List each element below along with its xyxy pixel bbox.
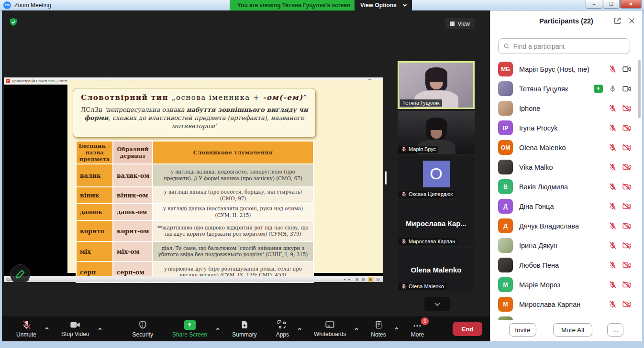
more-options-button[interactable]: … bbox=[607, 323, 623, 337]
participants-header: Participants (22) bbox=[490, 11, 642, 33]
video-tile[interactable]: Тетяна Гуцуляк bbox=[398, 61, 475, 109]
participant-status-icons bbox=[609, 104, 631, 112]
minimize-button[interactable]: – bbox=[586, 0, 602, 9]
stop-video-button[interactable]: Stop Video bbox=[61, 320, 89, 337]
participant-name: Iphone bbox=[519, 105, 602, 112]
close-button[interactable]: ✕ bbox=[620, 0, 642, 9]
video-tile[interactable]: O Оксана Ципердюк bbox=[398, 156, 475, 199]
ppt-slideshow-mode-icon[interactable]: ▣ bbox=[368, 277, 375, 282]
meeting-content-area: View P Демонстрація PowerPoint - [Prezen… bbox=[2, 11, 490, 316]
participant-row[interactable]: ММарія Мороз bbox=[490, 275, 636, 294]
camera-off-icon bbox=[622, 105, 631, 112]
participant-name: Ваків Людмила bbox=[519, 183, 602, 191]
panel-resize-handle[interactable] bbox=[385, 171, 387, 185]
caret-up-icon[interactable] bbox=[299, 323, 301, 332]
participant-status-icons bbox=[609, 300, 631, 308]
unmute-button[interactable]: Unmute bbox=[16, 320, 36, 338]
participant-row[interactable]: ММирослава Карпан bbox=[490, 294, 636, 314]
more-button[interactable]: More1 bbox=[411, 320, 424, 338]
col-header-noun: Іменник – назва предмета bbox=[77, 141, 112, 163]
caret-up-icon[interactable] bbox=[217, 323, 220, 332]
video-tile[interactable]: Olena Malenko Olena Malenko bbox=[398, 248, 475, 291]
video-name-label: Оксана Ципердюк bbox=[399, 191, 455, 198]
view-options-button[interactable]: View Options bbox=[355, 0, 412, 11]
notes-button[interactable]: Notes bbox=[371, 320, 386, 338]
search-input[interactable] bbox=[513, 43, 625, 50]
toolbar-group: Unmute bbox=[16, 320, 49, 338]
slide-table-body: валиквалик-ому вигляді валика, подовгаст… bbox=[77, 164, 313, 282]
annotation-pencil-button[interactable] bbox=[10, 264, 30, 284]
caret-up-icon[interactable] bbox=[356, 323, 358, 332]
close-panel-icon[interactable] bbox=[628, 17, 635, 24]
view-button-label: View bbox=[457, 21, 470, 27]
participant-row[interactable]: Тетяна Гуцуляк bbox=[490, 79, 636, 98]
chevron-down-icon bbox=[403, 2, 407, 6]
toolbar-label: Security bbox=[133, 331, 153, 338]
participant-row[interactable]: ВВаків Людмила bbox=[490, 177, 636, 196]
collapse-videos-button[interactable] bbox=[424, 297, 450, 311]
mic-muted-icon bbox=[401, 239, 407, 244]
toolbar-label: Notes bbox=[371, 331, 386, 338]
participants-scrollbar[interactable] bbox=[638, 60, 641, 118]
participant-name: Марія Брус (Host, me) bbox=[519, 65, 602, 73]
end-meeting-button[interactable]: End bbox=[453, 322, 482, 336]
caret-up-icon[interactable] bbox=[46, 323, 49, 331]
whiteboards-button[interactable]: Whiteboards bbox=[314, 320, 346, 337]
slide-title-part: „основа іменника + bbox=[172, 93, 263, 102]
window-titlebar: zm Zoom Meeting You are viewing Тетяна Г… bbox=[0, 0, 644, 11]
cell-noun: міх bbox=[77, 242, 112, 261]
video-tile[interactable]: Мирослава Кар... Мирослава Карпан bbox=[398, 201, 475, 246]
camera-off-icon bbox=[622, 124, 631, 131]
cell-derivative: дашк-ом bbox=[113, 204, 152, 220]
participants-panel: Participants (22) МБМарія Брус (Host, me… bbox=[490, 11, 642, 341]
camera-off-icon bbox=[622, 242, 631, 249]
zoom-meeting-window: { "window": { "title": "Zoom Meeting", "… bbox=[0, 0, 644, 348]
toolbar-group: More1 bbox=[411, 320, 431, 338]
toolbar-group: Share Screen bbox=[172, 320, 220, 338]
mic-muted-icon bbox=[609, 183, 617, 191]
avatar: IP bbox=[498, 120, 513, 135]
participant-status-icons bbox=[609, 261, 631, 269]
participant-row[interactable]: МБМарія Брус (Host, me) bbox=[490, 59, 636, 79]
avatar: Д bbox=[498, 199, 513, 214]
mic-muted-icon bbox=[609, 124, 617, 132]
table-row: віниквіник-ому вигляді віника (про волос… bbox=[77, 187, 313, 203]
participant-row[interactable]: Любов Пена bbox=[490, 255, 636, 275]
participant-status-icons bbox=[594, 85, 631, 93]
table-row: валиквалик-ому вигляді валика, подовгаст… bbox=[77, 164, 313, 186]
security-button[interactable]: Security bbox=[133, 320, 153, 338]
window-controls: – ☐ ✕ bbox=[586, 0, 642, 9]
cell-meaning: у вигляді дашка (наставляти долоні, руки… bbox=[153, 204, 313, 220]
camera-on-icon bbox=[622, 85, 631, 92]
toolbar-label: Unmute bbox=[16, 331, 36, 338]
encryption-shield-icon[interactable] bbox=[9, 17, 18, 29]
mute-all-button[interactable]: Mute All bbox=[553, 323, 592, 337]
summary-button[interactable]: Summary bbox=[232, 320, 256, 338]
pop-out-icon[interactable] bbox=[613, 17, 622, 25]
participant-row[interactable]: ДДіна Гонца bbox=[490, 196, 636, 216]
cell-noun: корито bbox=[77, 221, 112, 241]
cell-derivative: валик-ом bbox=[113, 164, 152, 186]
ppt-view-buttons[interactable]: ◂ ▸ ⊞ ⊟ ▣ ▤ bbox=[344, 277, 381, 282]
view-layout-button[interactable]: View bbox=[445, 18, 475, 29]
participant-row[interactable]: OMOlena Malenko bbox=[490, 138, 636, 157]
table-row: міхміх-омдіал. Те саме, що бальтюком ‘сп… bbox=[77, 242, 313, 261]
participant-row[interactable]: IPIryna Procyk bbox=[490, 118, 636, 138]
participant-row[interactable]: Vika Malko bbox=[490, 157, 636, 177]
participant-name: Тетяна Гуцуляк bbox=[519, 85, 588, 93]
participant-row[interactable]: ДДячук Владислава bbox=[490, 216, 636, 236]
caret-up-icon[interactable] bbox=[100, 323, 102, 332]
participant-row[interactable]: Iphone bbox=[490, 98, 636, 118]
invite-button[interactable]: Invite bbox=[509, 323, 536, 337]
maximize-button[interactable]: ☐ bbox=[603, 0, 620, 9]
caret-up-icon[interactable] bbox=[396, 323, 399, 331]
share-screen-icon bbox=[184, 320, 196, 330]
toolbar-label: More bbox=[411, 331, 424, 338]
avatar: OM bbox=[498, 140, 513, 155]
apps-button[interactable]: Apps bbox=[276, 320, 289, 338]
share-screen-button[interactable]: Share Screen bbox=[172, 320, 207, 338]
participant-status-icons bbox=[609, 183, 631, 191]
video-tile[interactable]: Марія Брус bbox=[398, 111, 475, 154]
participant-row[interactable]: Ірина Дякун bbox=[490, 236, 636, 255]
search-icon bbox=[503, 43, 510, 50]
